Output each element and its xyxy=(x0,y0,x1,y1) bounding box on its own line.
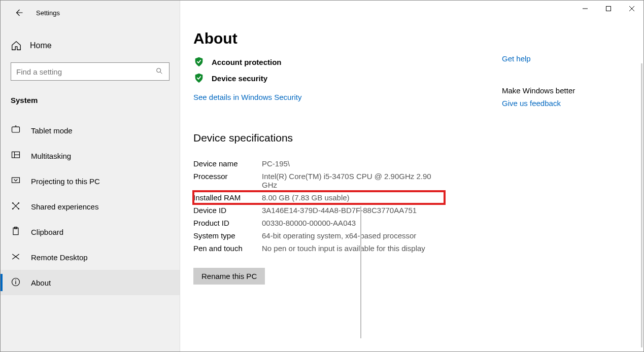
sidebar-item-label: Clipboard xyxy=(31,228,63,236)
spec-value: 3A146E14-379D-44A8-BD7F-88C3770AA751 xyxy=(262,204,445,217)
spec-key: Installed RAM xyxy=(193,191,262,204)
rename-pc-button[interactable]: Rename this PC xyxy=(193,268,265,285)
svg-point-8 xyxy=(12,202,14,204)
sidebar-item-label: About xyxy=(31,278,51,287)
sidebar-item-label: Tablet mode xyxy=(31,126,73,135)
sidebar-item-label: Multitasking xyxy=(31,152,71,160)
home-icon xyxy=(11,40,22,51)
svg-rect-2 xyxy=(12,127,20,132)
spec-row: Device ID3A146E14-379D-44A8-BD7F-88C3770… xyxy=(193,204,445,217)
sidebar-item-projecting[interactable]: Projecting to this PC xyxy=(1,168,180,194)
back-arrow-icon xyxy=(14,8,23,17)
spec-value: PC-195\ xyxy=(262,157,445,170)
make-windows-better-heading: Make Windows better xyxy=(502,86,629,95)
close-button[interactable] xyxy=(620,1,643,17)
shield-check-icon xyxy=(193,73,205,84)
window-scrollbar[interactable] xyxy=(641,63,642,347)
spec-row: System type64-bit operating system, x64-… xyxy=(193,229,445,242)
content-scrollbar[interactable] xyxy=(360,206,361,338)
spec-row: Device namePC-195\ xyxy=(193,157,445,170)
svg-rect-7 xyxy=(12,178,20,183)
shield-check-icon xyxy=(193,56,205,67)
device-spec-heading: Device specifications xyxy=(193,132,482,144)
main-panel: About Account protection Device security… xyxy=(180,1,643,351)
sidebar-item-label: Shared experiences xyxy=(31,202,98,211)
sidebar-nav: Tablet mode Multitasking Projecting to t… xyxy=(1,118,180,295)
tablet-icon xyxy=(11,125,22,136)
info-icon xyxy=(11,277,22,288)
sidebar-item-multitasking[interactable]: Multitasking xyxy=(1,143,180,168)
spec-value: 00330-80000-00000-AA043 xyxy=(262,217,445,229)
svg-point-10 xyxy=(12,208,14,210)
spec-value: 8.00 GB (7.83 GB usable) xyxy=(262,191,445,204)
page-title: About xyxy=(193,30,482,47)
svg-point-9 xyxy=(18,202,20,204)
security-label: Device security xyxy=(212,74,267,83)
spec-row-highlighted: Installed RAM8.00 GB (7.83 GB usable) xyxy=(193,191,445,204)
back-button[interactable] xyxy=(13,7,25,19)
window-title: Settings xyxy=(36,9,60,17)
sidebar-item-about[interactable]: About xyxy=(1,270,180,295)
get-help-link[interactable]: Get help xyxy=(502,54,629,63)
svg-line-1 xyxy=(160,72,162,74)
spec-key: Processor xyxy=(193,170,262,191)
share-icon xyxy=(11,201,22,212)
svg-point-3 xyxy=(15,126,16,127)
windows-security-link[interactable]: See details in Windows Security xyxy=(193,93,301,101)
security-row-account: Account protection xyxy=(193,56,482,67)
remote-icon xyxy=(11,252,22,263)
multitask-icon xyxy=(11,150,22,161)
sidebar-item-label: Remote Desktop xyxy=(31,253,88,262)
sidebar-item-remote-desktop[interactable]: Remote Desktop xyxy=(1,244,180,270)
search-input[interactable] xyxy=(11,62,170,81)
spec-key: Pen and touch xyxy=(193,242,262,255)
home-label: Home xyxy=(30,41,52,50)
spec-key: Product ID xyxy=(193,217,262,229)
give-feedback-link[interactable]: Give us feedback xyxy=(502,99,629,108)
device-spec-table: Device namePC-195\ ProcessorIntel(R) Cor… xyxy=(193,157,445,255)
sidebar: Settings Home System Tablet mode Multita… xyxy=(1,1,180,351)
sidebar-category: System xyxy=(1,81,180,114)
spec-key: System type xyxy=(193,229,262,242)
project-icon xyxy=(11,175,22,187)
minimize-button[interactable] xyxy=(573,1,597,17)
search-box xyxy=(11,62,170,81)
spec-row: Pen and touchNo pen or touch input is av… xyxy=(193,242,445,255)
svg-rect-18 xyxy=(606,7,611,11)
svg-point-11 xyxy=(18,208,20,210)
sidebar-item-label: Projecting to this PC xyxy=(31,177,100,186)
search-icon xyxy=(155,67,164,76)
sidebar-item-home[interactable]: Home xyxy=(1,35,180,56)
sidebar-item-tablet-mode[interactable]: Tablet mode xyxy=(1,118,180,143)
spec-row: ProcessorIntel(R) Core(TM) i5-3470S CPU … xyxy=(193,170,445,191)
window-controls xyxy=(573,1,643,17)
spec-key: Device name xyxy=(193,157,262,170)
spec-key: Device ID xyxy=(193,204,262,217)
security-row-device: Device security xyxy=(193,73,482,84)
security-label: Account protection xyxy=(212,58,282,66)
maximize-button[interactable] xyxy=(597,1,620,17)
svg-point-16 xyxy=(15,279,16,280)
spec-value: Intel(R) Core(TM) i5-3470S CPU @ 2.90GHz… xyxy=(262,170,445,191)
spec-value: 64-bit operating system, x64-based proce… xyxy=(262,229,445,242)
spec-value: No pen or touch input is available for t… xyxy=(262,242,445,255)
sidebar-item-shared-experiences[interactable]: Shared experiences xyxy=(1,194,180,219)
sidebar-item-clipboard[interactable]: Clipboard xyxy=(1,219,180,244)
spec-row: Product ID00330-80000-00000-AA043 xyxy=(193,217,445,229)
clipboard-icon xyxy=(11,226,22,237)
